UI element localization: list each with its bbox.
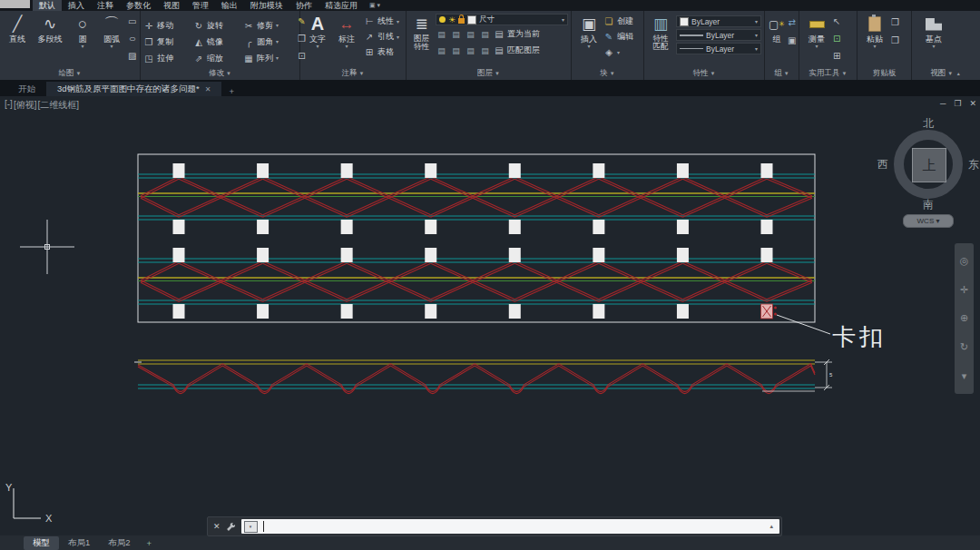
ribbon-tab-collaborate[interactable]: 协作 [289, 0, 318, 11]
ribbon-display-options-icon[interactable]: ▣ ▾ [364, 0, 386, 11]
ribbon-tab-parametric[interactable]: 参数化 [120, 0, 157, 11]
copy-tool[interactable]: ❐复制 [143, 36, 193, 48]
leader-tool[interactable]: ↗引线▾ [364, 29, 399, 44]
ribbon-tab-annotate[interactable]: 注释 [91, 0, 120, 11]
ribbon-tab-addins[interactable]: 附加模块 [244, 0, 289, 11]
command-prompt-icon[interactable]: ▾ [244, 521, 258, 533]
rectangle-tool-icon[interactable]: ▭ [128, 16, 136, 27]
add-layout-button[interactable]: + [140, 538, 160, 548]
polyline-tool[interactable]: ∿ 多段线 [33, 14, 67, 44]
line-tool[interactable]: ╱ 直线 [4, 14, 31, 44]
orbit-icon[interactable]: ↻ [960, 341, 968, 353]
text-tool[interactable]: A 文字 ▾ [304, 14, 331, 49]
block-attributes-tool[interactable]: ◈▾ [603, 44, 633, 60]
navbar-more-icon[interactable]: ▾ [962, 370, 967, 382]
ribbon-tab-output[interactable]: 输出 [215, 0, 244, 11]
table-tool[interactable]: ⊞表格 [364, 44, 399, 60]
close-tab-icon[interactable]: ✕ [205, 85, 211, 93]
move-tool[interactable]: ✛移动 [143, 20, 193, 32]
layer-unisolate-icon[interactable]: ▤ [450, 46, 462, 55]
ribbon-tab-insert[interactable]: 插入 [62, 0, 91, 11]
command-close-icon[interactable]: ✕ [208, 522, 226, 531]
edit-block-tool[interactable]: ✎编辑 [603, 29, 633, 44]
layer-on-all-icon[interactable]: ▤ [436, 46, 447, 55]
wrench-icon[interactable] [226, 522, 240, 532]
layer-lock-toggle-icon[interactable]: ▤ [479, 30, 491, 39]
panel-label-utilities[interactable]: 实用工具▼ [799, 68, 857, 79]
command-history-icon[interactable]: ▴ [769, 523, 777, 530]
tab-model[interactable]: 模型 [24, 536, 59, 550]
layer-freeze-icon[interactable]: ▤ [465, 30, 476, 39]
group-edit-icon[interactable]: ▣ [788, 35, 796, 46]
view-cube-west[interactable]: 西 [877, 157, 888, 172]
trim-tool[interactable]: ✂修剪▾ [243, 20, 296, 32]
hatch-tool-icon[interactable]: ▨ [128, 51, 136, 62]
panel-label-annotate[interactable]: 注释▼ [300, 68, 406, 79]
ungroup-icon[interactable]: ⇄ [788, 17, 796, 28]
command-input[interactable]: ▾ ▴ [241, 519, 779, 534]
array-tool[interactable]: ▦阵列▾ [243, 53, 296, 64]
copy-clip-icon[interactable]: ❐ [891, 17, 899, 28]
quick-select-cursor-icon[interactable]: ↖ [833, 16, 840, 27]
panel-label-layer[interactable]: 图层▼ [407, 68, 571, 79]
viewport-menu-control[interactable]: [-] [5, 99, 13, 112]
match-layer-button[interactable]: ▤匹配图层 [494, 44, 540, 56]
ribbon-tab-manage[interactable]: 管理 [186, 0, 215, 11]
ellipse-tool-icon[interactable]: ○ [126, 34, 138, 44]
ribbon-tab-featured-apps[interactable]: 精选应用 [318, 0, 364, 11]
steering-wheel-icon[interactable]: ◎ [960, 255, 969, 267]
ucs-selector-button[interactable]: WCS ▾ [903, 214, 954, 228]
mirror-tool[interactable]: ◭镜像 [193, 36, 243, 48]
tab-layout2[interactable]: 布局2 [99, 536, 139, 550]
layer-thaw-all-icon[interactable]: ▤ [465, 46, 476, 55]
panel-label-modify[interactable]: 修改▼ [141, 68, 299, 79]
app-button-fragment[interactable] [0, 0, 30, 8]
scale-tool[interactable]: ⇗缩放 [193, 53, 243, 64]
view-cube-north[interactable]: 北 [923, 116, 934, 132]
dimension-tool[interactable]: ↔ 标注 ▾ [333, 14, 360, 49]
panel-label-clipboard[interactable]: 剪贴板 [858, 68, 911, 79]
fillet-tool[interactable]: ╭圆角▾ [243, 36, 296, 48]
arc-tool[interactable]: ⌒ 圆弧 ▾ [98, 14, 125, 49]
linear-dim-tool[interactable]: ⊢线性▾ [364, 14, 399, 29]
panel-label-draw[interactable]: 绘图▼ [0, 68, 140, 79]
panel-label-properties[interactable]: 特性▼ [644, 68, 764, 79]
view-cube-top-face[interactable]: 上 [912, 148, 946, 182]
layer-dropdown[interactable]: ☀ 尺寸 ▾ [436, 14, 568, 25]
layer-off-icon[interactable]: ▤ [436, 30, 447, 39]
viewport-visual-style-control[interactable]: [二维线框] [37, 99, 79, 112]
layer-unlock-icon[interactable]: ▤ [479, 46, 491, 55]
lineweight-dropdown[interactable]: ByLayer ▾ [676, 29, 761, 41]
view-cube-east[interactable]: 东 [968, 157, 979, 172]
layer-properties-tool[interactable]: ≣ 图层特性 [410, 14, 433, 51]
close-icon[interactable]: ✕ [969, 99, 976, 108]
paste-tool[interactable]: 粘贴 ▾ [861, 14, 888, 49]
circle-tool[interactable]: ○ 圆 ▾ [69, 14, 96, 49]
insert-block-tool[interactable]: ▣ 插入 ▾ [575, 14, 603, 49]
calculator-icon[interactable]: ⊞ [833, 51, 840, 62]
linetype-dropdown[interactable]: ByLayer ▾ [676, 43, 761, 54]
panel-label-view[interactable]: 视图▼ ▴ [912, 68, 978, 79]
group-tool[interactable]: ▢✳ 组 [769, 14, 785, 44]
stretch-tool[interactable]: ◳拉伸 [143, 53, 193, 64]
layer-isolate-icon[interactable]: ▤ [450, 30, 462, 39]
cut-clip-icon[interactable]: ❐ [891, 35, 899, 46]
ribbon-collapse-icon[interactable]: ▴ [957, 71, 960, 76]
tab-start[interactable]: 开始 [7, 82, 46, 96]
tab-layout1[interactable]: 布局1 [59, 536, 99, 550]
view-cube-south[interactable]: 南 [923, 197, 934, 212]
minimize-icon[interactable]: ─ [940, 99, 946, 108]
ribbon-tab-view[interactable]: 视图 [157, 0, 186, 11]
base-view-tool[interactable]: 基点 ▾ [916, 14, 952, 49]
select-objects-icon[interactable]: ⊡ [833, 34, 840, 44]
rotate-tool[interactable]: ↻旋转 [193, 20, 243, 32]
ribbon-tab-home[interactable]: 默认 [33, 0, 62, 11]
zoom-icon[interactable]: ⊕ [960, 312, 968, 324]
match-properties-tool[interactable]: ▥ 特性匹配 [648, 14, 673, 51]
viewport-view-control[interactable]: [俯视] [14, 99, 37, 112]
tab-active-drawing[interactable]: 3d钢筋及原平面图中存在的诸多问题* ✕ [46, 82, 221, 96]
create-block-tool[interactable]: ❏创建 [603, 14, 633, 29]
new-tab-button[interactable]: + [221, 86, 241, 96]
pan-icon[interactable]: ✛ [960, 284, 968, 296]
measure-tool[interactable]: 测量 ▾ [803, 14, 830, 49]
